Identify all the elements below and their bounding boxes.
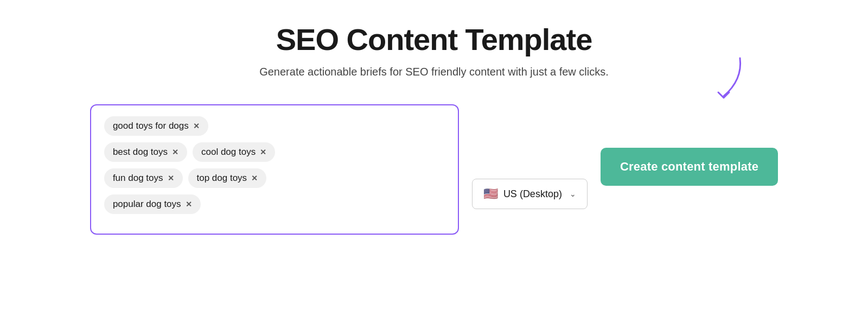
remove-keyword-6-icon[interactable]: ✕ — [186, 200, 192, 208]
keyword-label-5: top dog toys — [197, 173, 247, 184]
remove-keyword-4-icon[interactable]: ✕ — [168, 174, 174, 182]
keyword-tag-6[interactable]: popular dog toys ✕ — [104, 194, 201, 214]
keyword-label-4: fun dog toys — [113, 173, 163, 184]
device-selector-label: US (Desktop) — [503, 188, 562, 200]
keywords-row-1: good toys for dogs ✕ — [104, 116, 445, 136]
keyword-tag-2[interactable]: best dog toys ✕ — [104, 142, 187, 162]
create-content-template-button[interactable]: Create content template — [601, 148, 778, 186]
keyword-tag-4[interactable]: fun dog toys ✕ — [104, 168, 183, 188]
chevron-down-icon: ⌄ — [570, 190, 576, 198]
keyword-label-2: best dog toys — [113, 147, 168, 158]
curved-arrow — [702, 55, 745, 104]
keywords-row-4: popular dog toys ✕ — [104, 194, 445, 214]
create-button-wrapper: Create content template — [601, 104, 778, 186]
flag-icon: 🇺🇸 — [483, 187, 498, 201]
remove-keyword-3-icon[interactable]: ✕ — [260, 148, 266, 156]
keywords-row-3: fun dog toys ✕ top dog toys ✕ — [104, 168, 445, 188]
remove-keyword-2-icon[interactable]: ✕ — [172, 148, 178, 156]
remove-keyword-5-icon[interactable]: ✕ — [251, 174, 258, 182]
keyword-tag-5[interactable]: top dog toys ✕ — [188, 168, 267, 188]
main-controls: good toys for dogs ✕ best dog toys ✕ coo… — [90, 104, 778, 235]
keyword-label-3: cool dog toys — [201, 147, 256, 158]
page-subtitle: Generate actionable briefs for SEO frien… — [259, 66, 609, 78]
page-title: SEO Content Template — [276, 22, 592, 57]
keywords-row-2: best dog toys ✕ cool dog toys ✕ — [104, 142, 445, 162]
device-selector[interactable]: 🇺🇸 US (Desktop) ⌄ — [472, 179, 588, 209]
remove-keyword-1-icon[interactable]: ✕ — [193, 122, 200, 130]
keyword-label-1: good toys for dogs — [113, 121, 189, 131]
keyword-tag-3[interactable]: cool dog toys ✕ — [193, 142, 275, 162]
keywords-input-box[interactable]: good toys for dogs ✕ best dog toys ✕ coo… — [90, 104, 459, 235]
keyword-tag-1[interactable]: good toys for dogs ✕ — [104, 116, 208, 136]
keyword-label-6: popular dog toys — [113, 199, 181, 210]
